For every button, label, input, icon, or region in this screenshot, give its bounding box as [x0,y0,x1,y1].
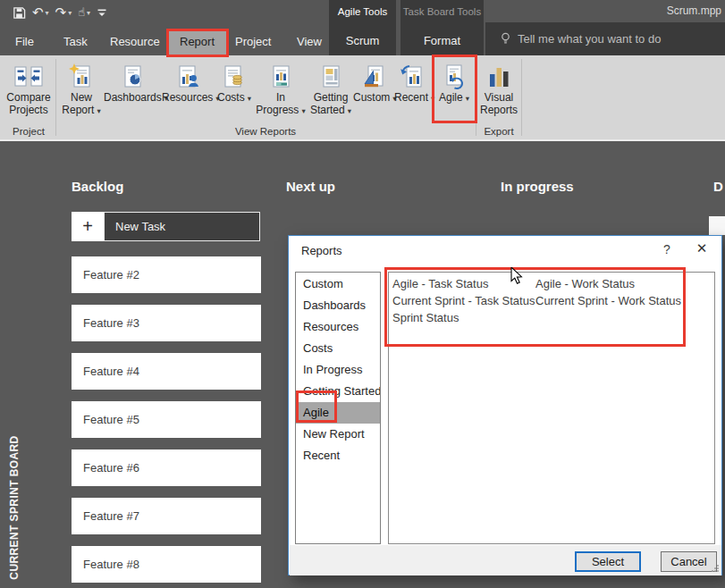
report-item-agile-work-status[interactable]: Agile - Work Status [535,275,681,292]
touch-mode-dropdown-caret-icon[interactable]: ▾ [87,9,90,17]
customize-quick-access-button[interactable] [97,7,107,18]
category-custom[interactable]: Custom [296,273,380,295]
category-recent[interactable]: Recent [296,445,380,466]
redo-button[interactable]: ↷ ▾ [55,4,72,21]
task-card[interactable]: Feature #4 [72,353,261,390]
visual-reports-button[interactable]: Visual Reports [479,57,518,116]
contextual-group-agile-tools: Agile Tools Scrum [329,0,396,55]
resize-grip[interactable] [710,563,720,573]
tab-scrum[interactable]: Scrum [329,34,396,47]
group-label-project: Project [7,126,50,137]
report-item-current-sprint-work-status[interactable]: Current Sprint - Work Status [535,292,681,309]
column-header-done-clipped: D [713,179,723,194]
category-in-progress[interactable]: In Progress [296,359,380,381]
task-card[interactable]: Feature #8 [72,546,261,583]
group-separator [521,59,522,136]
group-label-export: Export [474,126,524,137]
in-progress-icon [251,57,310,90]
tab-format[interactable]: Format [400,34,484,47]
task-card[interactable]: Feature #5 [72,401,261,438]
ribbon-button-label: Resources [162,91,213,104]
column-header-next-up: Next up [286,179,335,194]
dropdown-caret-icon: ▾ [431,94,434,103]
group-separator [476,59,476,136]
getting-started-button[interactable]: Getting Started▾ [308,57,354,117]
save-button[interactable] [13,6,26,20]
visual-reports-icon [479,57,518,90]
report-items-pane: Agile - Task Status Current Sprint - Tas… [388,272,715,544]
getting-started-icon [308,57,354,90]
title-bar: ↶ ▾ ↷ ▾ ☝ ▾ Scrum.mpp Agile Tools Scrum … [0,0,725,55]
category-resources[interactable]: Resources [296,316,380,338]
dialog-title: Reports [301,244,342,257]
tab-view[interactable]: View [297,35,322,48]
save-icon [13,6,26,20]
help-button[interactable]: ? [659,242,675,256]
task-card[interactable]: Feature #6 [72,449,261,486]
quick-access-toolbar: ↶ ▾ ↷ ▾ ☝ ▾ [13,4,107,21]
report-item-current-sprint-task-status[interactable]: Current Sprint - Task Status [392,292,535,309]
dashboards-button[interactable]: Dashboards▾ [104,57,161,105]
touch-mouse-mode-button[interactable]: ☝ ▾ [78,4,90,21]
report-item-sprint-status[interactable]: Sprint Status [392,309,535,326]
contextual-group-task-board-tools: Task Board Tools Format [400,0,484,55]
recent-icon [394,57,432,90]
task-card[interactable]: Feature #7 [72,498,261,534]
done-column-white-area [709,216,725,235]
customize-quick-access-icon [97,7,107,18]
ribbon-button-label: Costs [217,91,245,104]
resources-icon [162,57,214,90]
category-agile[interactable]: Agile [296,402,380,424]
dropdown-caret-icon: ▾ [97,106,100,115]
task-card[interactable]: Feature #3 [72,305,261,341]
cancel-button[interactable]: Cancel [661,551,717,572]
category-costs[interactable]: Costs [296,338,380,359]
new-report-button[interactable]: New Report▾ [61,57,102,117]
recent-button[interactable]: Recent▾ [394,57,432,105]
tab-report[interactable]: Report [180,35,215,48]
category-getting-started[interactable]: Getting Started [296,381,380,402]
reports-dialog: Reports ? ✕ Custom Dashboards Resources … [288,235,722,575]
contextual-group-title: Task Board Tools [400,6,484,17]
dropdown-caret-icon: ▾ [466,94,469,103]
column-header-backlog: Backlog [72,179,123,194]
dashboards-icon [104,57,161,90]
report-category-list: Custom Dashboards Resources Costs In Pro… [295,272,381,544]
tell-me-search[interactable]: Tell me what you want to do [485,22,725,55]
costs-button[interactable]: Costs▾ [217,57,249,105]
touch-mode-icon: ☝ [78,4,85,21]
agile-button[interactable]: Agile▾ [435,57,473,105]
close-icon[interactable]: ✕ [693,240,711,256]
tell-me-placeholder: Tell me what you want to do [518,32,661,46]
undo-dropdown-caret-icon[interactable]: ▾ [46,9,49,17]
new-task-button[interactable]: + New Task [72,212,260,241]
category-dashboards[interactable]: Dashboards [296,295,380,316]
current-sprint-board-label: CURRENT SPRINT BOARD [8,427,22,588]
costs-icon [217,57,249,90]
report-items-column-2: Agile - Work Status Current Sprint - Wor… [535,275,681,309]
new-report-icon [61,57,102,90]
ribbon-button-label: In Progress [256,91,299,116]
resources-button[interactable]: Resources▾ [162,57,214,105]
tab-resource[interactable]: Resource [110,35,160,48]
tab-task[interactable]: Task [63,35,88,48]
agile-icon [435,57,473,90]
ribbon-button-label: Getting Started [310,91,348,116]
group-separator [55,59,56,136]
undo-button[interactable]: ↶ ▾ [32,4,49,21]
compare-projects-icon [5,57,52,90]
compare-projects-button[interactable]: Compare Projects [5,57,52,116]
task-card[interactable]: Feature #2 [72,256,261,293]
custom-icon [353,57,394,90]
select-button[interactable]: Select [575,551,641,572]
tab-project[interactable]: Project [235,35,271,48]
redo-dropdown-caret-icon[interactable]: ▾ [68,9,72,17]
in-progress-button[interactable]: In Progress▾ [251,57,310,117]
dropdown-caret-icon: ▾ [348,106,351,115]
custom-button[interactable]: Custom▾ [353,57,394,105]
tab-file[interactable]: File [15,35,34,48]
contextual-group-title: Agile Tools [329,6,396,17]
category-new-report[interactable]: New Report [296,424,380,445]
report-item-agile-task-status[interactable]: Agile - Task Status [392,275,535,292]
ribbon-button-label: Recent [394,91,428,104]
